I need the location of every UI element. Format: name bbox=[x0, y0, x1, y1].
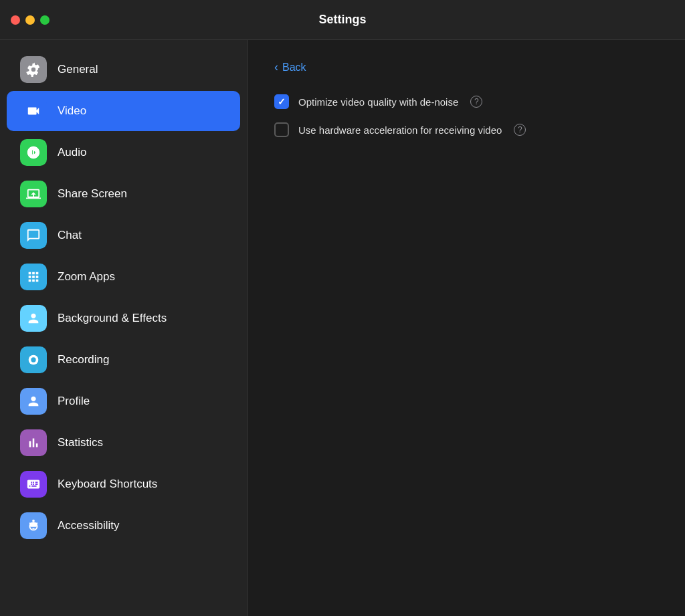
general-label: General bbox=[58, 63, 98, 76]
sidebar-item-keyboard-shortcuts[interactable]: Keyboard Shortcuts bbox=[7, 464, 240, 504]
accessibility-label: Accessibility bbox=[58, 519, 120, 532]
bg-effects-icon bbox=[20, 305, 47, 332]
sidebar-item-bg-effects[interactable]: Background & Effects bbox=[7, 298, 240, 338]
sidebar-item-general[interactable]: General bbox=[7, 49, 240, 90]
close-button[interactable] bbox=[11, 15, 20, 25]
chat-label: Chat bbox=[58, 229, 82, 242]
sidebar-item-share-screen[interactable]: Share Screen bbox=[7, 174, 240, 214]
main-layout: General Video Audio bbox=[0, 40, 685, 616]
hw-accel-checkbox[interactable] bbox=[274, 122, 289, 137]
profile-label: Profile bbox=[58, 395, 90, 408]
content-area: ‹ Back Optimize video quality with de-no… bbox=[248, 40, 685, 616]
share-screen-label: Share Screen bbox=[58, 187, 127, 201]
recording-label: Recording bbox=[58, 353, 110, 367]
sidebar-item-video[interactable]: Video bbox=[7, 91, 240, 131]
video-icon bbox=[20, 98, 47, 124]
sidebar-item-audio[interactable]: Audio bbox=[7, 132, 240, 173]
minimize-button[interactable] bbox=[25, 15, 35, 25]
denoise-checkbox[interactable] bbox=[274, 94, 289, 109]
window-title: Settings bbox=[318, 13, 366, 27]
hw-accel-option-row: Use hardware acceleration for receiving … bbox=[274, 122, 658, 137]
accessibility-icon bbox=[20, 512, 47, 539]
zoom-apps-icon bbox=[20, 264, 47, 290]
back-label: Back bbox=[282, 62, 306, 74]
hw-accel-label: Use hardware acceleration for receiving … bbox=[298, 124, 502, 136]
sidebar-item-accessibility[interactable]: Accessibility bbox=[7, 506, 240, 546]
settings-options: Optimize video quality with de-noise ? U… bbox=[274, 94, 658, 137]
sidebar: General Video Audio bbox=[0, 40, 248, 616]
recording-icon bbox=[20, 346, 47, 373]
keyboard-shortcuts-label: Keyboard Shortcuts bbox=[58, 478, 157, 491]
sidebar-item-statistics[interactable]: Statistics bbox=[7, 423, 240, 463]
hw-accel-help-icon[interactable]: ? bbox=[514, 124, 526, 136]
audio-label: Audio bbox=[58, 146, 86, 159]
denoise-help-icon[interactable]: ? bbox=[470, 96, 482, 108]
statistics-icon bbox=[20, 429, 47, 456]
back-arrow-icon: ‹ bbox=[274, 60, 278, 74]
sidebar-item-profile[interactable]: Profile bbox=[7, 381, 240, 421]
video-label: Video bbox=[58, 104, 86, 118]
sidebar-item-chat[interactable]: Chat bbox=[7, 215, 240, 255]
traffic-lights bbox=[11, 15, 50, 25]
title-bar: Settings bbox=[0, 0, 685, 40]
statistics-label: Statistics bbox=[58, 436, 103, 449]
audio-icon bbox=[20, 139, 47, 166]
maximize-button[interactable] bbox=[40, 15, 50, 25]
general-icon bbox=[20, 56, 47, 83]
denoise-label: Optimize video quality with de-noise bbox=[298, 96, 458, 108]
svg-point-3 bbox=[32, 520, 35, 522]
profile-icon bbox=[20, 388, 47, 415]
bg-effects-label: Background & Effects bbox=[58, 312, 167, 325]
back-button[interactable]: ‹ Back bbox=[274, 60, 658, 74]
keyboard-shortcuts-icon bbox=[20, 471, 47, 498]
sidebar-item-recording[interactable]: Recording bbox=[7, 340, 240, 380]
sidebar-item-zoom-apps[interactable]: Zoom Apps bbox=[7, 257, 240, 297]
denoise-option-row: Optimize video quality with de-noise ? bbox=[274, 94, 658, 109]
chat-icon bbox=[20, 222, 47, 249]
share-screen-icon bbox=[20, 181, 47, 207]
zoom-apps-label: Zoom Apps bbox=[58, 270, 115, 284]
svg-point-2 bbox=[31, 357, 35, 362]
